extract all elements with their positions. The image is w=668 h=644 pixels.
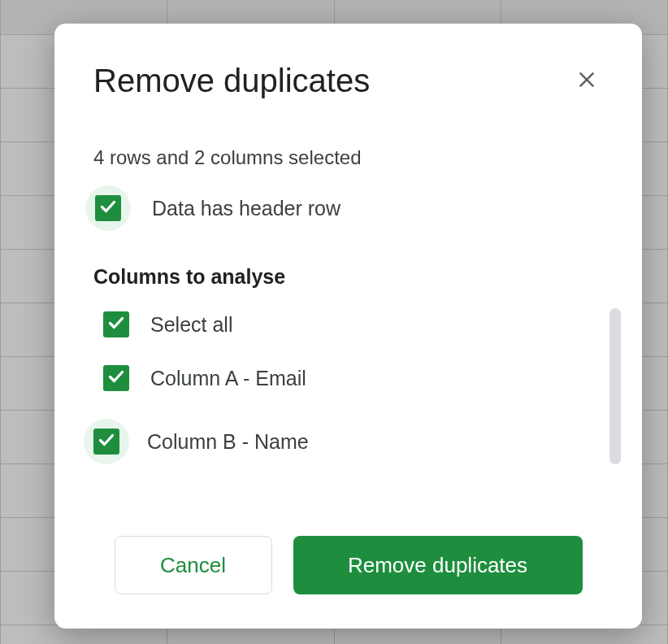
checkmark-icon <box>98 197 118 220</box>
close-icon <box>576 69 597 93</box>
header-row-label: Data has header row <box>152 197 341 220</box>
select-all-checkbox[interactable] <box>103 311 129 337</box>
remove-duplicates-dialog: Remove duplicates 4 rows and 2 columns s… <box>54 24 642 629</box>
columns-to-analyse-title: Columns to analyse <box>93 265 603 289</box>
checkmark-icon <box>106 367 126 389</box>
header-row-checkbox-halo <box>85 185 131 231</box>
remove-duplicates-button[interactable]: Remove duplicates <box>293 536 583 594</box>
header-row-checkbox[interactable] <box>95 195 121 221</box>
cancel-button[interactable]: Cancel <box>115 536 272 594</box>
column-b-checkbox[interactable] <box>93 429 119 455</box>
close-button[interactable] <box>570 65 603 98</box>
checkmark-icon <box>97 430 116 453</box>
dialog-title: Remove duplicates <box>93 63 370 99</box>
column-a-checkbox[interactable] <box>103 365 129 391</box>
selection-info: 4 rows and 2 columns selected <box>93 146 603 169</box>
column-b-checkbox-halo <box>84 419 129 464</box>
column-a-label: Column A - Email <box>150 367 306 390</box>
columns-scrollbar[interactable] <box>609 308 621 464</box>
checkmark-icon <box>106 313 126 336</box>
column-b-label: Column B - Name <box>147 430 309 454</box>
select-all-label: Select all <box>150 313 232 337</box>
